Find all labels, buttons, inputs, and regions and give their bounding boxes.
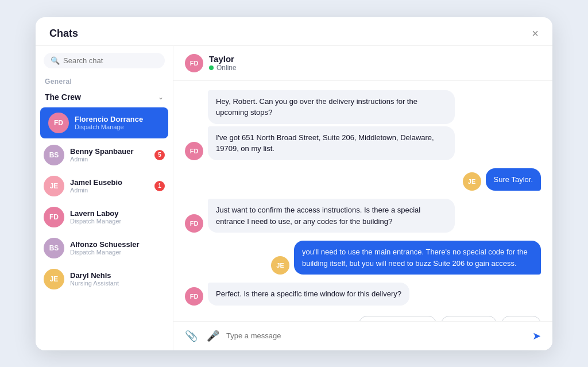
message-bubbles: Sure Taylor.: [486, 168, 541, 191]
contact-info: Benny SpanbauerAdmin: [70, 147, 149, 163]
search-wrap[interactable]: 🔍: [44, 53, 165, 68]
contact-name: Florencio Dorrance: [75, 115, 160, 123]
message-row: Sure Taylor.JE: [185, 168, 541, 191]
message-bubble: you'll need to use the main entrance. Th…: [294, 241, 541, 275]
attachment-button[interactable]: 📎: [183, 327, 200, 345]
avatar: FD: [44, 207, 64, 227]
contact-role: Admin: [70, 156, 149, 163]
status-text: Online: [216, 64, 237, 72]
contact-role: Nursing Assistant: [70, 280, 165, 287]
message-bubbles: Hey, Robert. Can you go over the deliver…: [208, 90, 455, 160]
message-bubble: Sure Taylor.: [486, 168, 541, 191]
contact-info: Jamel EusebioAdmin: [70, 178, 149, 194]
modal-body: 🔍 General The Crew ⌄ FDFlorencio Dorranc…: [36, 46, 552, 350]
chat-header-info: Taylor Online: [209, 54, 237, 72]
message-avatar: JE: [271, 256, 289, 275]
section-label-general: General: [36, 73, 173, 88]
quick-reply-button[interactable]: Thanks: [501, 316, 541, 321]
close-button[interactable]: ×: [532, 28, 539, 39]
mic-button[interactable]: 🎤: [204, 327, 222, 345]
avatar: JE: [44, 269, 64, 289]
contact-item[interactable]: FDLavern LaboyDispatch Manager: [36, 202, 173, 233]
contact-item[interactable]: BSAlfonzo SchuesslerDispatch Manager: [36, 233, 173, 264]
message-avatar: FD: [185, 287, 203, 306]
chevron-down-icon: ⌄: [158, 93, 164, 101]
chat-modal: Chats × 🔍 General The Crew ⌄ FDFlorencio…: [36, 17, 552, 350]
contact-name: Lavern Laboy: [70, 209, 165, 218]
quick-reply-button[interactable]: My Pleasure: [441, 316, 497, 321]
search-area: 🔍: [36, 46, 173, 73]
contact-item[interactable]: JEDaryl NehlsNursing Assistant: [36, 264, 173, 295]
chat-area: FD Taylor Online FDHey, Robert. Can you …: [173, 46, 552, 350]
contact-list: FDFlorencio DorranceDispatch ManageBSBen…: [36, 106, 173, 350]
send-button[interactable]: ➤: [530, 327, 543, 345]
message-avatar: FD: [185, 214, 203, 233]
chat-header: FD Taylor Online: [173, 46, 552, 81]
avatar: BS: [44, 238, 64, 258]
message-row: FDPerfect. Is there a specific time wind…: [185, 283, 541, 306]
avatar: BS: [44, 145, 64, 165]
message-bubble: Hey, Robert. Can you go over the deliver…: [208, 90, 455, 124]
notification-badge: 5: [154, 150, 165, 160]
contact-item[interactable]: FDFlorencio DorranceDispatch Manage: [40, 107, 168, 138]
contact-info: Alfonzo SchuesslerDispatch Manager: [70, 240, 165, 256]
contact-info: Daryl NehlsNursing Assistant: [70, 271, 165, 287]
message-bubble: Just want to confirm the access instruct…: [208, 199, 455, 233]
contact-role: Admin: [70, 187, 149, 194]
group-header-the-crew[interactable]: The Crew ⌄: [36, 88, 173, 106]
message-avatar: JE: [463, 172, 481, 191]
contact-info: Florencio DorranceDispatch Manage: [75, 115, 160, 130]
quick-reply-button[interactable]: Thank you so much: [359, 316, 436, 321]
group-title: The Crew: [45, 92, 81, 102]
message-list: FDHey, Robert. Can you go over the deliv…: [173, 81, 552, 321]
message-input[interactable]: [226, 331, 525, 340]
message-bubble: I've got 651 North Broad Street, Suite 2…: [208, 126, 455, 160]
contact-role: Dispatch Manager: [70, 249, 165, 256]
contact-info: Lavern LaboyDispatch Manager: [70, 209, 165, 225]
contact-role: Dispatch Manager: [70, 218, 165, 225]
message-row: FDHey, Robert. Can you go over the deliv…: [185, 90, 541, 160]
online-dot: [209, 65, 214, 70]
chat-header-avatar: FD: [185, 54, 203, 72]
sidebar: 🔍 General The Crew ⌄ FDFlorencio Dorranc…: [36, 46, 173, 350]
contact-name: Jamel Eusebio: [70, 178, 149, 187]
message-bubbles: you'll need to use the main entrance. Th…: [294, 241, 541, 275]
notification-badge: 1: [154, 181, 165, 191]
message-row: you'll need to use the main entrance. Th…: [185, 241, 541, 275]
message-bubbles: Just want to confirm the access instruct…: [208, 199, 455, 233]
contact-name: Alfonzo Schuessler: [70, 240, 165, 249]
modal-title: Chats: [49, 28, 78, 40]
contact-role: Dispatch Manage: [75, 123, 160, 130]
online-status: Online: [209, 64, 237, 72]
search-icon: 🔍: [51, 56, 60, 65]
chat-contact-name: Taylor: [209, 54, 237, 64]
contact-item[interactable]: JEJamel EusebioAdmin1: [36, 171, 173, 202]
search-input[interactable]: [63, 56, 158, 65]
chat-input-bar: 📎 🎤 ➤: [173, 321, 552, 350]
message-bubbles: Perfect. Is there a specific time window…: [208, 283, 409, 306]
modal-header: Chats ×: [36, 17, 552, 46]
avatar: JE: [44, 176, 64, 196]
message-avatar: FD: [185, 142, 203, 160]
contact-item[interactable]: BSBenny SpanbauerAdmin5: [36, 140, 173, 171]
contact-name: Daryl Nehls: [70, 271, 165, 280]
avatar: FD: [48, 113, 69, 133]
message-bubble: Perfect. Is there a specific time window…: [208, 283, 409, 306]
quick-replies: Thank you so muchMy PleasureThanks: [185, 316, 541, 321]
contact-name: Benny Spanbauer: [70, 147, 149, 156]
message-row: FDJust want to confirm the access instru…: [185, 199, 541, 233]
